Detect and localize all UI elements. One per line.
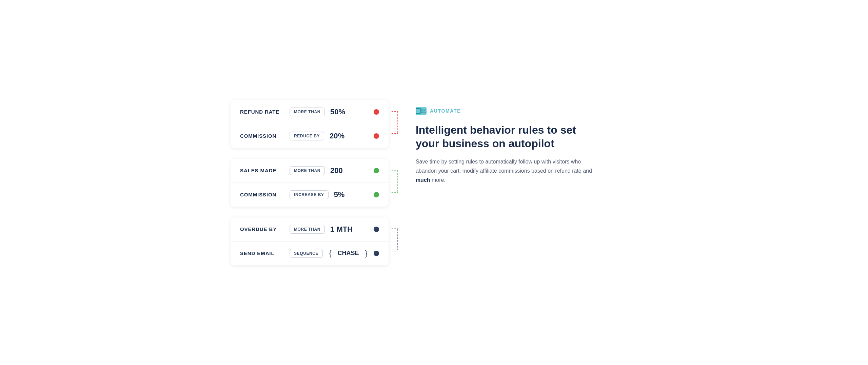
badge-increase-by: INCREASE BY (290, 190, 329, 199)
block-green: SALES MADE MORE THAN 200 COMMISSION INCR… (231, 159, 389, 207)
label-commission-1: COMMISSION (240, 133, 284, 139)
left-panel: REFUND RATE MORE THAN 50% COMMISSION RED… (231, 100, 389, 265)
right-panel: AUTOMATE Intelligent behavior rules to s… (416, 100, 592, 185)
main-heading: Intelligent behavior rules to set your b… (416, 123, 592, 150)
rule-block-red: REFUND RATE MORE THAN 50% COMMISSION RED… (231, 100, 389, 148)
badge-more-than-3: MORE THAN (290, 225, 325, 234)
connector-svg-green (388, 168, 405, 195)
svg-rect-11 (424, 110, 426, 111)
curly-open: { (329, 249, 331, 258)
dot-red-2 (374, 133, 379, 139)
block-dark: OVERDUE BY MORE THAN 1 MTH SEND EMAIL SE… (231, 217, 389, 265)
value-5pct: 5% (334, 190, 354, 199)
badge-reduce-by: REDUCE BY (290, 132, 324, 140)
automate-icon (416, 107, 427, 115)
connector-svg-red (388, 109, 405, 136)
label-refund-rate: REFUND RATE (240, 109, 284, 115)
description-part1: Save time by setting rules to automatica… (416, 159, 592, 174)
dot-green-2 (374, 192, 379, 197)
badge-more-than-2: MORE THAN (290, 166, 325, 175)
rule-row-commission-red: COMMISSION REDUCE BY 20% (231, 124, 389, 148)
dot-red-1 (374, 109, 379, 115)
automate-label: AUTOMATE (430, 108, 461, 114)
description-text: Save time by setting rules to automatica… (416, 157, 592, 185)
badge-more-than-1: MORE THAN (290, 108, 325, 116)
value-1mth: 1 MTH (330, 225, 353, 234)
rule-row-send-email: SEND EMAIL SEQUENCE { CHASE } (231, 241, 389, 265)
svg-rect-12 (422, 111, 426, 111)
value-chase: CHASE (338, 250, 359, 257)
automate-icon-svg (421, 108, 426, 114)
automate-badge: AUTOMATE (416, 107, 592, 115)
description-part2: more. (430, 177, 446, 183)
label-overdue-by: OVERDUE BY (240, 226, 284, 232)
blocks-area: REFUND RATE MORE THAN 50% COMMISSION RED… (231, 100, 389, 265)
rule-row-sales-made: SALES MADE MORE THAN 200 (231, 159, 389, 182)
rule-block-green: SALES MADE MORE THAN 200 COMMISSION INCR… (231, 159, 389, 207)
rule-row-overdue-by: OVERDUE BY MORE THAN 1 MTH (231, 217, 389, 241)
rule-row-refund-rate: REFUND RATE MORE THAN 50% (231, 100, 389, 124)
dot-dark-1 (374, 227, 379, 232)
rule-row-commission-green: COMMISSION INCREASE BY 5% (231, 182, 389, 207)
svg-rect-9 (421, 109, 426, 113)
label-commission-2: COMMISSION (240, 192, 284, 197)
dot-green-1 (374, 168, 379, 173)
block-red: REFUND RATE MORE THAN 50% COMMISSION RED… (231, 100, 389, 148)
svg-rect-10 (422, 110, 423, 111)
value-20pct: 20% (330, 132, 350, 140)
label-send-email: SEND EMAIL (240, 250, 284, 256)
page-container: REFUND RATE MORE THAN 50% COMMISSION RED… (231, 100, 637, 265)
value-50pct: 50% (330, 108, 351, 116)
description-bold: much (416, 177, 430, 183)
value-200: 200 (330, 166, 351, 175)
connector-svg-dark (388, 227, 405, 253)
rule-block-dark: OVERDUE BY MORE THAN 1 MTH SEND EMAIL SE… (231, 217, 389, 265)
dot-dark-2 (374, 251, 379, 256)
badge-sequence: SEQUENCE (290, 249, 323, 258)
label-sales-made: SALES MADE (240, 168, 284, 173)
curly-close: } (365, 249, 368, 258)
